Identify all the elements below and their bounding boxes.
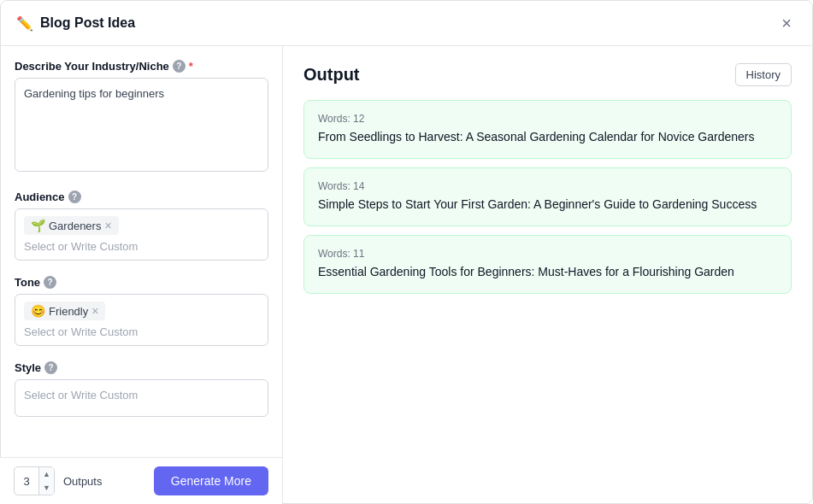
audience-help-icon[interactable]: ?	[68, 190, 81, 203]
result-words: Words: 14	[318, 180, 777, 192]
result-list: Words: 12 From Seedlings to Harvest: A S…	[303, 100, 792, 294]
audience-label: Audience ?	[15, 190, 268, 203]
style-input[interactable]: Select or Write Custom	[15, 379, 268, 417]
industry-field-group: Describe Your Industry/Niche ? * Gardeni…	[15, 60, 268, 175]
tone-field-group: Tone ? 😊 Friendly × Select or Write Cust…	[15, 276, 268, 346]
result-text: From Seedlings to Harvest: A Seasonal Ga…	[318, 128, 777, 146]
industry-textarea[interactable]: Gardening tips for beginners	[15, 78, 268, 172]
audience-tag-input[interactable]: 🌱 Gardeners × Select or Write Custom	[15, 208, 268, 261]
tone-tag-row: 😊 Friendly ×	[24, 302, 259, 320]
history-button[interactable]: History	[735, 63, 792, 86]
style-help-icon[interactable]: ?	[44, 361, 57, 374]
tone-label: Tone ?	[15, 276, 268, 289]
audience-tag-emoji: 🌱	[31, 219, 45, 232]
audience-tag: 🌱 Gardeners ×	[24, 216, 119, 235]
result-card: Words: 12 From Seedlings to Harvest: A S…	[303, 100, 792, 159]
result-card: Words: 11 Essential Gardening Tools for …	[303, 235, 792, 294]
style-field-group: Style ? Select or Write Custom	[15, 361, 268, 417]
result-card: Words: 14 Simple Steps to Start Your Fir…	[303, 167, 792, 226]
industry-help-icon[interactable]: ?	[173, 60, 186, 73]
tone-tag-emoji: 😊	[31, 304, 45, 318]
right-panel: Output History Words: 12 From Seedlings …	[283, 46, 812, 504]
style-placeholder: Select or Write Custom	[24, 389, 259, 401]
audience-placeholder: Select or Write Custom	[24, 240, 259, 253]
industry-required: *	[189, 60, 193, 73]
main-layout: Describe Your Industry/Niche ? * Gardeni…	[1, 46, 812, 504]
stepper-arrows: ▲ ▼	[38, 467, 54, 495]
outputs-stepper[interactable]: ▲ ▼	[14, 466, 55, 495]
result-words: Words: 11	[318, 248, 777, 260]
outputs-label: Outputs	[63, 475, 103, 488]
header-left: ✏️ Blog Post Idea	[16, 15, 135, 32]
result-text: Essential Gardening Tools for Beginners:…	[318, 263, 777, 281]
generate-more-button[interactable]: Generate More	[154, 466, 268, 495]
result-text: Simple Steps to Start Your First Garden:…	[318, 196, 777, 214]
style-label: Style ?	[15, 361, 268, 374]
header: ✏️ Blog Post Idea ×	[1, 1, 812, 46]
left-panel: Describe Your Industry/Niche ? * Gardeni…	[1, 46, 283, 504]
stepper-up-button[interactable]: ▲	[39, 467, 54, 481]
output-header: Output History	[303, 63, 792, 86]
output-title: Output	[303, 65, 360, 85]
audience-field-group: Audience ? 🌱 Gardeners × Select or Write…	[15, 190, 268, 261]
audience-tag-label: Gardeners	[49, 220, 101, 232]
audience-tag-row: 🌱 Gardeners ×	[24, 216, 259, 235]
page-title: Blog Post Idea	[40, 15, 135, 31]
result-words: Words: 12	[318, 113, 777, 125]
footer: ▲ ▼ Outputs Generate More	[0, 457, 282, 504]
outputs-value-input[interactable]	[15, 475, 38, 488]
industry-label: Describe Your Industry/Niche ? *	[15, 60, 268, 73]
edit-icon: ✏️	[16, 15, 33, 32]
tone-tag-remove[interactable]: ×	[91, 305, 98, 317]
tone-tag-label: Friendly	[49, 305, 88, 318]
close-button[interactable]: ×	[776, 13, 797, 33]
tone-help-icon[interactable]: ?	[44, 276, 56, 289]
tone-tag: 😊 Friendly ×	[24, 302, 105, 320]
audience-tag-remove[interactable]: ×	[104, 220, 111, 231]
tone-tag-input[interactable]: 😊 Friendly × Select or Write Custom	[15, 294, 268, 346]
stepper-down-button[interactable]: ▼	[39, 481, 54, 495]
tone-placeholder: Select or Write Custom	[24, 325, 259, 338]
